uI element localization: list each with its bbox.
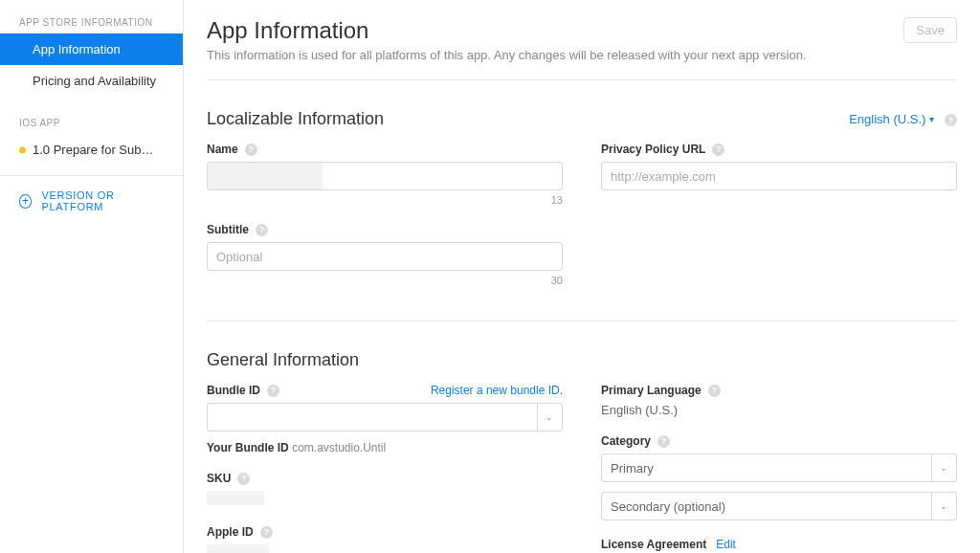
sidebar-item-label: 1.0 Prepare for Submissi… (33, 143, 182, 157)
chevron-down-icon: ⌄ (931, 454, 947, 481)
field-primary-language: Primary Language ? English (U.S.) (601, 384, 957, 417)
category-primary-select[interactable]: Primary ⌄ (601, 453, 957, 482)
name-input[interactable] (207, 162, 563, 190)
category-secondary-select[interactable]: Secondary (optional) ⌄ (601, 492, 957, 520)
your-bundle-id-label: Your Bundle ID (207, 441, 289, 454)
sidebar-item-label: Pricing and Availability (33, 74, 156, 88)
sku-value (207, 491, 264, 505)
your-bundle-id-row: Your Bundle ID com.avstudio.Until (207, 441, 563, 454)
help-icon[interactable]: ? (708, 385, 721, 397)
your-bundle-id-value: com.avstudio.Until (292, 441, 386, 454)
label-name: Name (207, 143, 238, 156)
label-category: Category (601, 434, 651, 448)
main-content: App Information This information is used… (184, 0, 980, 553)
register-bundle-link[interactable]: Register a new bundle ID. (431, 384, 563, 397)
category-secondary-value: Secondary (optional) (611, 499, 725, 514)
chevron-down-icon: ⌄ (537, 404, 553, 431)
field-bundle-id: Bundle ID ? Register a new bundle ID. ⌄ … (207, 384, 563, 454)
add-version-button[interactable]: + VERSION OR PLATFORM (0, 176, 183, 226)
sidebar: APP STORE INFORMATION App Information Pr… (0, 0, 184, 553)
chevron-down-icon: ▾ (929, 114, 934, 124)
subtitle-char-count: 30 (207, 275, 563, 286)
sidebar-item-version[interactable]: 1.0 Prepare for Submissi… (0, 134, 183, 166)
privacy-url-input[interactable] (601, 162, 957, 190)
status-dot-icon (19, 146, 26, 153)
divider (207, 321, 957, 321)
label-subtitle: Subtitle (207, 223, 249, 236)
apple-id-value (207, 544, 269, 553)
help-icon[interactable]: ? (657, 435, 670, 448)
label-bundle-id: Bundle ID (207, 384, 260, 397)
label-sku: SKU (207, 472, 231, 485)
section-title-general: General Information (207, 350, 359, 370)
language-selector-label: English (U.S.) (849, 112, 925, 126)
field-subtitle: Subtitle ? 30 (207, 223, 563, 286)
license-edit-link[interactable]: Edit (716, 538, 736, 551)
label-privacy: Privacy Policy URL (601, 143, 705, 156)
label-license: License Agreement (601, 538, 706, 551)
section-localizable: Localizable Information English (U.S.) ▾… (207, 109, 957, 303)
field-name: Name ? 13 (207, 143, 563, 206)
field-license: License Agreement Edit Apple's Standard … (601, 538, 957, 553)
help-icon[interactable]: ? (712, 144, 724, 156)
category-primary-value: Primary (611, 461, 654, 476)
field-privacy-url: Privacy Policy URL ? (601, 143, 957, 190)
bundle-id-select[interactable]: ⌄ (207, 403, 563, 431)
help-icon[interactable]: ? (256, 224, 268, 236)
label-apple-id: Apple ID (207, 525, 254, 539)
section-general: General Information Bundle ID ? Register… (207, 350, 957, 553)
field-category: Category ? Primary ⌄ Secondary (optional… (601, 434, 957, 520)
sidebar-section-appstore: APP STORE INFORMATION (0, 8, 183, 33)
sidebar-section-iosapp: IOS APP (0, 108, 183, 134)
field-sku: SKU ? (207, 472, 563, 508)
sidebar-item-app-information[interactable]: App Information (0, 33, 183, 65)
sidebar-item-pricing[interactable]: Pricing and Availability (0, 65, 183, 97)
add-version-label: VERSION OR PLATFORM (41, 189, 164, 212)
help-icon[interactable]: ? (945, 114, 957, 126)
save-button[interactable]: Save (903, 17, 957, 43)
name-char-count: 13 (207, 194, 563, 206)
language-selector[interactable]: English (U.S.) ▾ (849, 112, 934, 126)
subtitle-input[interactable] (207, 242, 563, 271)
help-icon[interactable]: ? (260, 526, 273, 539)
help-icon[interactable]: ? (245, 144, 257, 156)
section-title-localizable: Localizable Information (207, 109, 384, 129)
sidebar-item-label: App Information (33, 42, 121, 56)
field-apple-id: Apple ID ? , (207, 525, 563, 553)
chevron-down-icon: ⌄ (931, 493, 947, 520)
plus-circle-icon: + (19, 194, 32, 209)
divider (207, 79, 957, 80)
page-title: App Information (207, 17, 806, 44)
help-icon[interactable]: ? (237, 473, 250, 485)
primary-language-value: English (U.S.) (601, 403, 957, 417)
label-primary-language: Primary Language (601, 384, 702, 397)
help-icon[interactable]: ? (267, 385, 279, 397)
page-subtitle: This information is used for all platfor… (207, 48, 806, 62)
